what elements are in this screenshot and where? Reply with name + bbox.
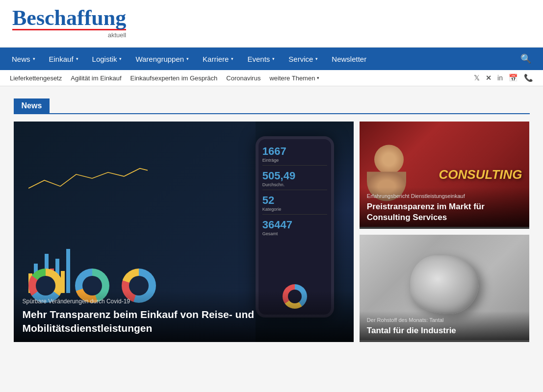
nav-item-service[interactable]: Service ▾ — [282, 49, 325, 69]
nav-item-news[interactable]: News ▾ — [5, 49, 42, 69]
twitter-icon[interactable]: 𝕏 — [474, 74, 480, 82]
main-article-supertitle: Spürbare Veränderungen durch Covid-19 — [23, 298, 345, 305]
main-article-title: Mehr Transparenz beim Einkauf von Reise-… — [23, 308, 345, 335]
chevron-down-icon: ▾ — [272, 56, 275, 61]
logo-main-text: Beschaffung — [12, 7, 126, 29]
main-content: News — [7, 98, 537, 342]
consulting-article-card[interactable]: CONSULTING Erfahrungsbericht Dienstleist… — [360, 122, 530, 229]
nav-item-karriere[interactable]: Karriere ▾ — [196, 49, 240, 69]
tantal-article-supertitle: Der Rohstoff des Monats: Tantal — [367, 317, 522, 323]
search-button[interactable]: 🔍 — [514, 48, 538, 70]
subnav-link-agilitaet[interactable]: Agilität im Einkauf — [71, 74, 121, 82]
subnav-link-coronavirus[interactable]: Coronavirus — [226, 74, 260, 82]
nav-item-newsletter[interactable]: Newsletter — [325, 49, 373, 69]
logo-sub-text: aktuell — [12, 29, 126, 39]
chevron-down-icon: ▾ — [315, 56, 318, 61]
section-heading: News — [14, 98, 530, 114]
xing-icon[interactable]: ✕ — [486, 74, 491, 82]
sub-nav: Lieferkettengesetz Agilität im Einkauf E… — [0, 70, 543, 86]
tantal-article-title: Tantal für die Industrie — [367, 325, 522, 336]
news-grid: 1667 Einträge 505,49 Durchschn. 52 Kateg… — [14, 122, 530, 342]
chevron-down-icon: ▾ — [231, 56, 233, 61]
phone-icon[interactable]: 📞 — [524, 74, 533, 82]
tantal-article-card[interactable]: Der Rohstoff des Monats: Tantal Tantal f… — [360, 235, 530, 342]
subnav-link-einkaufsexperten[interactable]: Einkaufsexperten im Gespräch — [130, 74, 218, 82]
consulting-article-title: Preistransparenz im Markt für Consulting… — [367, 201, 522, 223]
nav-item-events[interactable]: Events ▾ — [240, 49, 282, 69]
calendar-icon[interactable]: 📅 — [509, 74, 518, 82]
chevron-down-icon: ▾ — [317, 75, 319, 80]
linkedin-icon[interactable]: in — [497, 74, 503, 82]
header: Beschaffung aktuell — [0, 0, 543, 48]
social-icons: 𝕏 ✕ in 📅 📞 — [474, 74, 533, 82]
main-article-card[interactable]: 1667 Einträge 505,49 Durchschn. 52 Kateg… — [14, 122, 354, 342]
chevron-down-icon: ▾ — [186, 56, 189, 61]
news-section-label: News — [14, 98, 50, 113]
main-article-overlay: Spürbare Veränderungen durch Covid-19 Me… — [14, 291, 354, 342]
nav-item-logistik[interactable]: Logistik ▾ — [85, 49, 129, 69]
logo[interactable]: Beschaffung aktuell — [12, 7, 126, 39]
nav-item-einkauf[interactable]: Einkauf ▾ — [42, 49, 85, 69]
chevron-down-icon: ▾ — [76, 56, 78, 61]
subnav-link-lieferkettengesetz[interactable]: Lieferkettengesetz — [10, 74, 62, 82]
subnav-more-themes[interactable]: weitere Themen ▾ — [269, 74, 319, 82]
consulting-article-overlay: Erfahrungsbericht Dienstleistungseinkauf… — [360, 187, 530, 229]
main-nav: News ▾ Einkauf ▾ Logistik ▾ Warengruppen… — [0, 48, 543, 70]
tantal-article-overlay: Der Rohstoff des Monats: Tantal Tantal f… — [360, 311, 530, 342]
search-icon: 🔍 — [520, 54, 531, 64]
consulting-article-supertitle: Erfahrungsbericht Dienstleistungseinkauf — [367, 193, 522, 199]
nav-item-warengruppen[interactable]: Warengruppen ▾ — [129, 49, 196, 69]
chevron-down-icon: ▾ — [33, 56, 35, 61]
chevron-down-icon: ▾ — [119, 56, 122, 61]
side-articles: CONSULTING Erfahrungsbericht Dienstleist… — [360, 122, 530, 342]
